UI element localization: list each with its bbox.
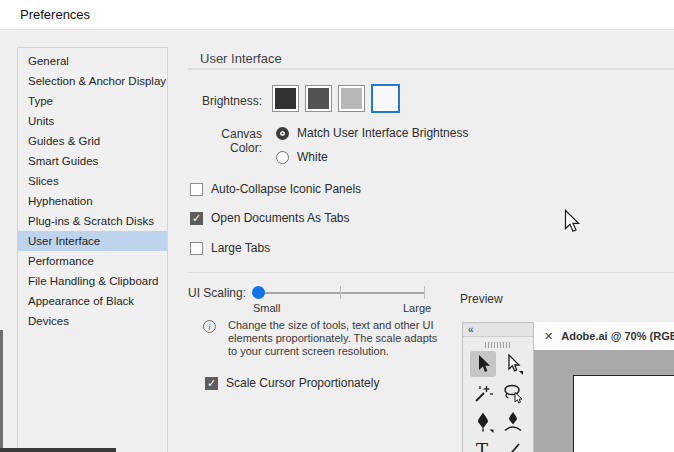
brightness-label: Brightness: — [188, 94, 262, 108]
window-title: Preferences — [20, 0, 90, 30]
preview-canvas — [534, 350, 674, 452]
page-title: User Interface — [200, 51, 282, 66]
checkbox[interactable] — [190, 212, 203, 225]
sidebar-item-performance[interactable]: Performance — [18, 251, 167, 271]
checkbox-label: Scale Cursor Proportionately — [226, 376, 379, 390]
brightness-swatches — [272, 84, 400, 113]
large-tabs-row[interactable]: Large Tabs — [190, 241, 270, 255]
app-background-edge — [0, 448, 116, 452]
collapse-icon: « — [468, 324, 474, 335]
canvas-color-label: Canvas Color: — [188, 127, 262, 155]
document-tab-title: Adobe.ai @ 70% (RGB/ — [561, 330, 674, 342]
swatch-color — [308, 88, 329, 109]
slider-tick — [424, 286, 425, 299]
pen-tool-icon — [472, 411, 494, 433]
preview-tools-grid: T — [463, 350, 533, 452]
svg-text:T: T — [476, 440, 488, 452]
swatch-color — [375, 88, 396, 109]
description-line: Change the size of tools, text and other… — [228, 319, 437, 332]
description-line: to your current screen resolution. — [228, 345, 437, 358]
sidebar-item-guides-grid[interactable]: Guides & Grid — [18, 131, 167, 151]
brightness-swatch-medium-light[interactable] — [338, 85, 365, 112]
canvas-color-option-match[interactable]: Match User Interface Brightness — [276, 126, 468, 140]
preview-toolbar-header: « — [463, 323, 533, 337]
grip-handle-icon — [485, 342, 511, 348]
selection-tool-icon — [472, 353, 494, 375]
type-tool-icon: T — [472, 440, 494, 452]
ui-scaling-slider-knob[interactable] — [252, 286, 265, 299]
magic-wand-tool-icon — [472, 382, 494, 404]
direct-selection-tool-icon — [502, 353, 524, 375]
line-segment-tool-icon — [502, 440, 524, 452]
radio-label: White — [297, 150, 328, 164]
mouse-cursor — [564, 209, 582, 235]
window-titlebar: Preferences — [0, 0, 674, 30]
preview-toolbar-panel: « — [462, 322, 534, 452]
sidebar-item-file-handling[interactable]: File Handling & Clipboard — [18, 271, 167, 291]
checkbox[interactable] — [205, 377, 218, 390]
preview-artboard — [573, 375, 674, 452]
sidebar-item-smart-guides[interactable]: Smart Guides — [18, 151, 167, 171]
info-icon: i — [203, 320, 216, 333]
checkbox[interactable] — [190, 183, 203, 196]
line-segment-tool — [500, 438, 526, 452]
preferences-dialog: Preferences General Selection & Anchor D… — [0, 0, 674, 452]
curvature-tool — [500, 409, 526, 435]
pen-tool — [470, 409, 496, 435]
checkbox[interactable] — [190, 242, 203, 255]
ui-scaling-label: UI Scaling: — [188, 286, 246, 300]
brightness-swatch-dark[interactable] — [272, 85, 299, 112]
open-documents-as-tabs-row[interactable]: Open Documents As Tabs — [190, 211, 350, 225]
lasso-tool — [500, 380, 526, 406]
ui-scaling-slider-track[interactable] — [252, 292, 424, 294]
close-icon: ✕ — [544, 330, 553, 343]
sidebar-item-hyphenation[interactable]: Hyphenation — [18, 191, 167, 211]
sidebar-item-general[interactable]: General — [18, 51, 167, 71]
sidebar-item-units[interactable]: Units — [18, 111, 167, 131]
radio-button[interactable] — [276, 127, 289, 140]
magic-wand-tool — [470, 380, 496, 406]
sidebar-item-plugins-scratch[interactable]: Plug-ins & Scratch Disks — [18, 211, 167, 231]
canvas-color-option-white[interactable]: White — [276, 150, 328, 164]
header-divider — [188, 68, 674, 70]
sidebar-item-selection-anchor[interactable]: Selection & Anchor Display — [18, 71, 167, 91]
preferences-nav: General Selection & Anchor Display Type … — [17, 47, 168, 452]
radio-button[interactable] — [276, 151, 289, 164]
direct-selection-tool — [500, 351, 526, 377]
slider-max-label: Large — [403, 302, 431, 314]
brightness-swatch-light[interactable] — [371, 84, 400, 113]
sidebar-item-slices[interactable]: Slices — [18, 171, 167, 191]
type-tool: T — [470, 438, 496, 452]
preview-label: Preview — [460, 292, 503, 306]
checkbox-label: Open Documents As Tabs — [211, 211, 350, 225]
swatch-color — [275, 88, 296, 109]
brightness-swatch-medium-dark[interactable] — [305, 85, 332, 112]
section-divider — [188, 272, 674, 273]
description-line: elements proportionately. The scale adap… — [228, 332, 437, 345]
sidebar-item-devices[interactable]: Devices — [18, 311, 167, 331]
checkbox-label: Auto-Collapse Iconic Panels — [211, 182, 361, 196]
slider-tick — [340, 286, 341, 299]
checkbox-label: Large Tabs — [211, 241, 270, 255]
slider-min-label: Small — [253, 302, 281, 314]
app-background-edge — [0, 330, 3, 452]
preview-document-tab: ✕ Adobe.ai @ 70% (RGB/ — [534, 322, 674, 350]
swatch-color — [341, 88, 362, 109]
curvature-tool-icon — [502, 411, 524, 433]
lasso-tool-icon — [502, 382, 524, 404]
sidebar-item-appearance-black[interactable]: Appearance of Black — [18, 291, 167, 311]
auto-collapse-panels-row[interactable]: Auto-Collapse Iconic Panels — [190, 182, 361, 196]
scale-cursor-row[interactable]: Scale Cursor Proportionately — [205, 376, 379, 390]
selection-tool — [470, 351, 496, 377]
sidebar-item-type[interactable]: Type — [18, 91, 167, 111]
ui-scaling-description: Change the size of tools, text and other… — [228, 319, 437, 358]
sidebar-item-user-interface[interactable]: User Interface — [18, 231, 167, 251]
radio-label: Match User Interface Brightness — [297, 126, 468, 140]
